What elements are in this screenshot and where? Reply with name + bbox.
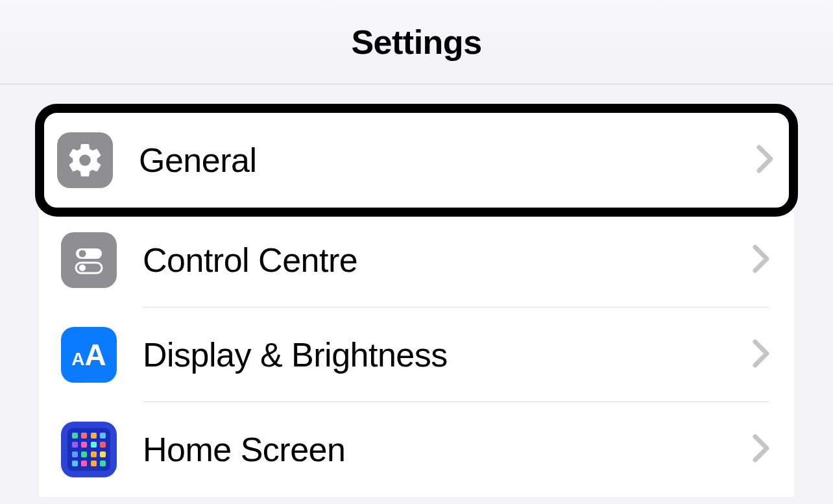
settings-row-label: Control Centre [143, 241, 753, 280]
home-screen-icon [61, 422, 117, 477]
chevron-right-icon [756, 145, 773, 176]
settings-row-control-centre[interactable]: Control Centre [39, 213, 794, 307]
gear-icon [57, 132, 113, 188]
chevron-right-icon [753, 339, 769, 370]
chevron-right-icon [753, 434, 769, 465]
svg-point-1 [79, 250, 86, 258]
settings-group: General Control Centre AA [39, 104, 794, 497]
display-brightness-icon: AA [61, 327, 117, 383]
settings-row-general[interactable]: General [35, 104, 798, 217]
settings-row-home-screen[interactable]: Home Screen [39, 402, 794, 497]
settings-row-label: Display & Brightness [143, 335, 753, 374]
page-title: Settings [351, 23, 481, 62]
svg-point-3 [79, 265, 86, 271]
control-centre-icon [61, 232, 117, 288]
settings-row-label: Home Screen [143, 430, 753, 469]
settings-row-label: General [139, 141, 756, 180]
chevron-right-icon [753, 245, 769, 276]
settings-row-display-brightness[interactable]: AA Display & Brightness [39, 307, 794, 402]
settings-header: Settings [0, 0, 833, 84]
